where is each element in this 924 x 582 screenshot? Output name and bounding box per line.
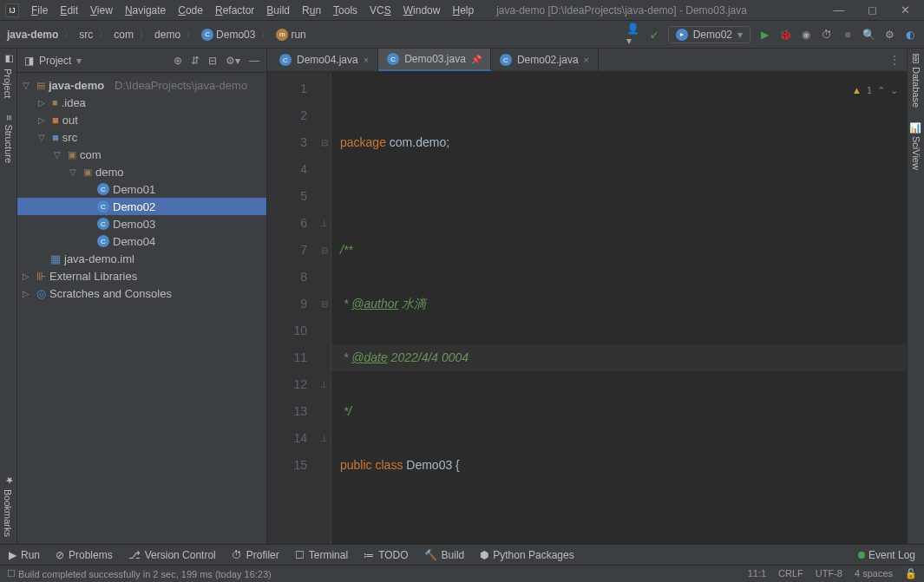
user-icon[interactable]: 👤▾: [626, 28, 640, 42]
inspection-badge[interactable]: ▲ 1 ⌃ ⌄: [852, 77, 898, 104]
tree-idea[interactable]: ▷■.idea: [17, 94, 266, 111]
breadcrumb-demo[interactable]: demo: [154, 29, 180, 41]
menu-code[interactable]: Code: [173, 3, 208, 18]
menu-view[interactable]: View: [85, 3, 118, 18]
window-controls: — ◻ ✕: [829, 3, 919, 16]
expand-all-icon[interactable]: ⇵: [191, 55, 200, 67]
close-icon[interactable]: ✕: [895, 3, 915, 16]
menu-refactor[interactable]: Refactor: [210, 3, 259, 18]
tree-com[interactable]: ▽▣com: [17, 146, 266, 163]
tab-close-icon[interactable]: ×: [584, 55, 589, 65]
tool-todo[interactable]: ≔ TODO: [364, 549, 408, 561]
project-panel-header: ◨ Project ▾ ⊕ ⇵ ⊟ ⚙▾ —: [17, 49, 266, 73]
tree-root[interactable]: ▽▤ java-demo D:\IdeaProjects\java-demo: [17, 76, 266, 94]
class-icon: C: [201, 29, 213, 41]
tab-demo03[interactable]: C Demo03.java📌: [378, 49, 491, 71]
tree-ext-libs[interactable]: ▷⊪External Libraries: [17, 267, 266, 284]
tree-file-demo01[interactable]: CDemo01: [17, 180, 266, 198]
tool-structure[interactable]: Structure ≡: [3, 115, 14, 163]
breadcrumb-com[interactable]: com: [114, 29, 134, 41]
class-icon: C: [97, 200, 109, 213]
collapse-all-icon[interactable]: ⊟: [208, 55, 217, 67]
run-config-icon: ▸: [676, 29, 688, 41]
class-icon: C: [387, 53, 399, 65]
code-area[interactable]: 123456789101112131415 ⊟ ⊥⊟ ⊟ ⊥ ⊥ package…: [267, 72, 907, 544]
inspection-down-icon[interactable]: ⌄: [890, 77, 898, 104]
menu-run[interactable]: Run: [297, 3, 326, 18]
tool-vcs[interactable]: ⎇ Version Control: [128, 549, 216, 561]
tab-close-icon[interactable]: ×: [364, 55, 369, 65]
tool-bookmarks[interactable]: Bookmarks ★: [3, 474, 14, 537]
line-gutter: 123456789101112131415: [267, 72, 318, 544]
panel-hide-icon[interactable]: —: [249, 55, 259, 67]
tool-problems[interactable]: ⊘ Problems: [56, 549, 113, 561]
breadcrumb-src[interactable]: src: [79, 29, 93, 41]
vcs-update-icon[interactable]: ↙: [647, 28, 661, 42]
tool-build[interactable]: 🔨 Build: [424, 549, 465, 561]
breadcrumb-class[interactable]: CDemo03: [201, 29, 255, 41]
select-opened-icon[interactable]: ⊕: [174, 55, 182, 67]
status-lock-icon[interactable]: 🔓: [905, 568, 917, 579]
tree-scratches[interactable]: ▷◎Scratches and Consoles: [17, 284, 266, 302]
tree-file-demo03[interactable]: CDemo03: [17, 215, 266, 232]
tool-profiler[interactable]: ⏱ Profiler: [232, 549, 279, 561]
tool-eventlog[interactable]: Event Log: [858, 549, 915, 561]
stop-icon[interactable]: ■: [841, 28, 855, 42]
minimize-icon[interactable]: —: [829, 3, 849, 16]
menu-tools[interactable]: Tools: [328, 3, 363, 18]
tree-out[interactable]: ▷■out: [17, 111, 266, 128]
settings-icon[interactable]: ⚙: [882, 28, 896, 42]
nav-toolbar: java-demo 〉 src 〉 com 〉 demo 〉 CDemo03 〉…: [0, 21, 924, 49]
tab-pin-icon[interactable]: 📌: [471, 55, 482, 64]
tree-file-demo04[interactable]: CDemo04: [17, 232, 266, 250]
tabs-more-icon[interactable]: ⋮: [889, 54, 907, 66]
main-area: Project ◨ Structure ≡ Bookmarks ★ ◨ Proj…: [0, 49, 924, 544]
tool-python-packages[interactable]: ⬢ Python Packages: [480, 549, 573, 561]
app-logo-icon: IJ: [5, 3, 19, 17]
ide-features-icon[interactable]: ◐: [903, 28, 917, 42]
inspection-up-icon[interactable]: ⌃: [877, 77, 885, 104]
profile-icon[interactable]: ⏱: [820, 28, 834, 42]
status-indent[interactable]: 4 spaces: [855, 568, 893, 579]
status-eol[interactable]: CRLF: [778, 568, 803, 579]
menu-navigate[interactable]: Navigate: [120, 3, 171, 18]
code-content[interactable]: package com.demo; /** * @author 水滴 * @da…: [331, 72, 907, 544]
run-config-label: Demo02: [693, 29, 732, 41]
menu-vcs[interactable]: VCS: [364, 3, 396, 18]
tool-run[interactable]: ▶ Run: [9, 549, 40, 561]
coverage-icon[interactable]: ◉: [799, 28, 813, 42]
run-config-dropdown[interactable]: ▸ Demo02 ▾: [668, 26, 750, 43]
class-icon: C: [279, 54, 292, 66]
warning-icon: ▲: [852, 77, 862, 104]
panel-settings-icon[interactable]: ⚙▾: [226, 55, 240, 67]
breadcrumb: java-demo 〉 src 〉 com 〉 demo 〉 CDemo03 〉…: [7, 27, 306, 42]
breadcrumb-root[interactable]: java-demo: [7, 29, 58, 41]
menu-build[interactable]: Build: [261, 3, 295, 18]
status-position[interactable]: 11:1: [748, 568, 766, 579]
status-encoding[interactable]: UTF-8: [816, 568, 842, 579]
breadcrumb-method[interactable]: mrun: [276, 29, 305, 41]
tree-demo[interactable]: ▽▣demo: [17, 163, 266, 180]
tool-database[interactable]: 🗄 Database: [911, 54, 921, 108]
tool-sciview[interactable]: 📊 SciView: [910, 121, 921, 170]
status-message: Build completed successfully in 2 sec, 1…: [18, 569, 272, 579]
status-icon[interactable]: ☐: [7, 568, 16, 579]
tree-file-demo02[interactable]: CDemo02: [17, 198, 266, 215]
left-tool-strip: Project ◨ Structure ≡ Bookmarks ★: [0, 49, 17, 544]
menu-edit[interactable]: Edit: [55, 3, 83, 18]
tool-terminal[interactable]: ☐ Terminal: [295, 549, 348, 561]
run-icon[interactable]: ▶: [757, 28, 771, 42]
menu-window[interactable]: Window: [398, 3, 446, 18]
tab-demo02[interactable]: C Demo02.java×: [491, 49, 599, 71]
project-tree: ▽▤ java-demo D:\IdeaProjects\java-demo ▷…: [17, 73, 266, 544]
tree-iml[interactable]: ▦java-demo.iml: [17, 250, 266, 267]
maximize-icon[interactable]: ◻: [862, 3, 882, 16]
menu-file[interactable]: File: [26, 3, 53, 18]
tool-project[interactable]: Project ◨: [3, 54, 14, 98]
project-view-dropdown[interactable]: ▾: [76, 55, 82, 67]
menu-help[interactable]: Help: [447, 3, 479, 18]
tab-demo04[interactable]: C Demo04.java×: [271, 49, 378, 71]
search-icon[interactable]: 🔍: [862, 28, 875, 42]
debug-icon[interactable]: 🐞: [778, 28, 792, 42]
tree-src[interactable]: ▽■src: [17, 128, 266, 146]
